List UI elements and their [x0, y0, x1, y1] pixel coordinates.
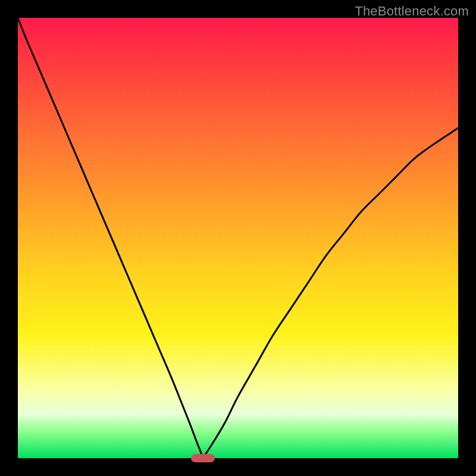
- chart-frame: TheBottleneck.com: [0, 0, 476, 476]
- plot-area: [18, 18, 458, 458]
- watermark-text: TheBottleneck.com: [355, 4, 469, 19]
- curve-layer: [18, 18, 458, 458]
- minimum-marker: [191, 454, 215, 462]
- curve-right-branch: [203, 128, 458, 458]
- curve-left-branch: [18, 18, 203, 458]
